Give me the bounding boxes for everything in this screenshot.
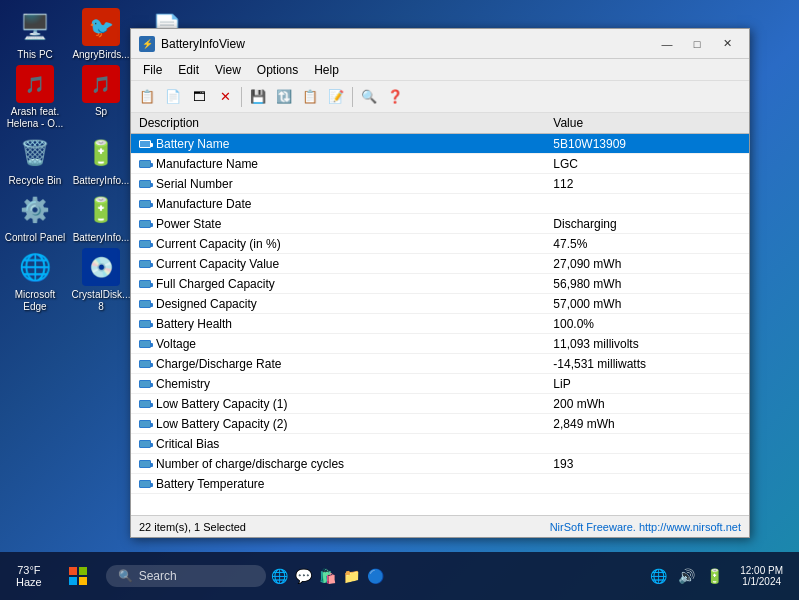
taskbar-search[interactable]: 🔍 Search — [106, 565, 266, 587]
table-cell-value: 112 — [545, 174, 749, 194]
row-battery-icon — [139, 320, 151, 328]
toolbar-btn-save[interactable]: 💾 — [246, 85, 270, 109]
search-label: Search — [139, 569, 177, 583]
taskbar-teams-icon[interactable]: 💬 — [294, 566, 314, 586]
menu-view[interactable]: View — [207, 61, 249, 79]
row-desc-text: Number of charge/discharge cycles — [156, 457, 344, 471]
tray-volume-icon[interactable]: 🔊 — [676, 566, 696, 586]
desktop-icon-label: CrystalDisk... 8 — [70, 289, 132, 313]
desktop-icon-angry-birds[interactable]: 🐦 AngryBirds... — [70, 8, 132, 61]
table-row[interactable]: Low Battery Capacity (2)2,849 mWh — [131, 414, 749, 434]
close-button[interactable]: ✕ — [713, 34, 741, 54]
batteryinfo2-icon: 🔋 — [82, 191, 120, 229]
row-desc-text: Battery Name — [156, 137, 229, 151]
desktop-icon-arash[interactable]: 🎵 Arash feat. Helena - O... — [4, 65, 66, 130]
toolbar-btn-edit[interactable]: 📝 — [324, 85, 348, 109]
row-battery-icon — [139, 180, 151, 188]
menu-options[interactable]: Options — [249, 61, 306, 79]
table-cell-desc: Voltage — [131, 334, 545, 354]
batteryinfo1-icon: 🔋 — [82, 134, 120, 172]
toolbar: 📋 📄 🗔 ✕ 💾 🔃 📋 📝 🔍 ❓ — [131, 81, 749, 113]
table-cell-desc: Manufacture Name — [131, 154, 545, 174]
desktop-icon-label: BatteryInfo... — [73, 175, 130, 187]
row-battery-icon — [139, 220, 151, 228]
desktop-icon-label: Control Panel — [5, 232, 66, 244]
search-icon: 🔍 — [118, 569, 133, 583]
desktop-icon-recycle-bin[interactable]: 🗑️ Recycle Bin — [4, 134, 66, 187]
toolbar-btn-refresh[interactable]: 🔃 — [272, 85, 296, 109]
table-row[interactable]: Voltage11,093 millivolts — [131, 334, 749, 354]
table-row[interactable]: ChemistryLiP — [131, 374, 749, 394]
row-desc-text: Low Battery Capacity (1) — [156, 397, 287, 411]
table-cell-value: 47.5% — [545, 234, 749, 254]
this-pc-icon: 🖥️ — [16, 8, 54, 46]
table-row[interactable]: Battery Temperature — [131, 474, 749, 494]
table-cell-value: 5B10W13909 — [545, 134, 749, 154]
table-cell-desc: Critical Bias — [131, 434, 545, 454]
toolbar-btn-delete[interactable]: ✕ — [213, 85, 237, 109]
row-desc-text: Manufacture Name — [156, 157, 258, 171]
window-controls: — □ ✕ — [653, 34, 741, 54]
taskbar-weather: 73°F Haze — [8, 560, 50, 592]
maximize-button[interactable]: □ — [683, 34, 711, 54]
table-cell-desc: Chemistry — [131, 374, 545, 394]
row-battery-icon — [139, 240, 151, 248]
desktop-icon-this-pc[interactable]: 🖥️ This PC — [4, 8, 66, 61]
menu-file[interactable]: File — [135, 61, 170, 79]
taskbar-explorer-icon[interactable]: 📁 — [342, 566, 362, 586]
table-row[interactable]: Manufacture NameLGC — [131, 154, 749, 174]
taskbar-edge-icon[interactable]: 🌐 — [270, 566, 290, 586]
statusbar-link[interactable]: NirSoft Freeware. http://www.nirsoft.net — [550, 521, 741, 533]
row-battery-icon — [139, 300, 151, 308]
table-row[interactable]: Number of charge/discharge cycles193 — [131, 454, 749, 474]
table-cell-value — [545, 434, 749, 454]
desktop-icon-edge[interactable]: 🌐 Microsoft Edge — [4, 248, 66, 313]
desktop-icon-control-panel[interactable]: ⚙️ Control Panel — [4, 191, 66, 244]
recycle-bin-icon: 🗑️ — [16, 134, 54, 172]
menu-edit[interactable]: Edit — [170, 61, 207, 79]
table-row[interactable]: Charge/Discharge Rate-14,531 milliwatts — [131, 354, 749, 374]
toolbar-btn-1[interactable]: 📋 — [135, 85, 159, 109]
table-cell-value: LGC — [545, 154, 749, 174]
table-row[interactable]: Designed Capacity57,000 mWh — [131, 294, 749, 314]
minimize-button[interactable]: — — [653, 34, 681, 54]
table-row[interactable]: Low Battery Capacity (1)200 mWh — [131, 394, 749, 414]
row-battery-icon — [139, 400, 151, 408]
desktop-icon-batteryinfo1[interactable]: 🔋 BatteryInfo... — [70, 134, 132, 187]
table-row[interactable]: Serial Number112 — [131, 174, 749, 194]
desktop-icon-label: Arash feat. Helena - O... — [4, 106, 66, 130]
table-row[interactable]: Current Capacity (in %)47.5% — [131, 234, 749, 254]
toolbar-btn-help[interactable]: ❓ — [383, 85, 407, 109]
table-row[interactable]: Battery Name5B10W13909 — [131, 134, 749, 154]
table-cell-desc: Manufacture Date — [131, 194, 545, 214]
tray-battery-icon[interactable]: 🔋 — [704, 566, 724, 586]
taskbar-chrome-icon[interactable]: 🔵 — [366, 566, 386, 586]
start-button[interactable] — [62, 560, 94, 592]
menubar: File Edit View Options Help — [131, 59, 749, 81]
table-cell-value: 57,000 mWh — [545, 294, 749, 314]
table-row[interactable]: Power StateDischarging — [131, 214, 749, 234]
tray-network-icon[interactable]: 🌐 — [648, 566, 668, 586]
toolbar-btn-copy2[interactable]: 📋 — [298, 85, 322, 109]
table-cell-value: 27,090 mWh — [545, 254, 749, 274]
row-battery-icon — [139, 380, 151, 388]
row-desc-text: Battery Temperature — [156, 477, 265, 491]
menu-help[interactable]: Help — [306, 61, 347, 79]
desktop-icon-sp[interactable]: 🎵 Sp — [70, 65, 132, 130]
table-row[interactable]: Manufacture Date — [131, 194, 749, 214]
table-row[interactable]: Full Charged Capacity56,980 mWh — [131, 274, 749, 294]
table-row[interactable]: Current Capacity Value27,090 mWh — [131, 254, 749, 274]
taskbar-store-icon[interactable]: 🛍️ — [318, 566, 338, 586]
table-row[interactable]: Battery Health100.0% — [131, 314, 749, 334]
table-cell-desc: Number of charge/discharge cycles — [131, 454, 545, 474]
table-cell-value: 200 mWh — [545, 394, 749, 414]
toolbar-btn-search[interactable]: 🔍 — [357, 85, 381, 109]
table-cell-value: 56,980 mWh — [545, 274, 749, 294]
desktop-icon-batteryinfo2[interactable]: 🔋 BatteryInfo... — [70, 191, 132, 244]
row-desc-text: Current Capacity Value — [156, 257, 279, 271]
desktop-icon-crystaldisk[interactable]: 💿 CrystalDisk... 8 — [70, 248, 132, 313]
toolbar-btn-2[interactable]: 📄 — [161, 85, 185, 109]
row-battery-icon — [139, 420, 151, 428]
toolbar-btn-3[interactable]: 🗔 — [187, 85, 211, 109]
table-row[interactable]: Critical Bias — [131, 434, 749, 454]
